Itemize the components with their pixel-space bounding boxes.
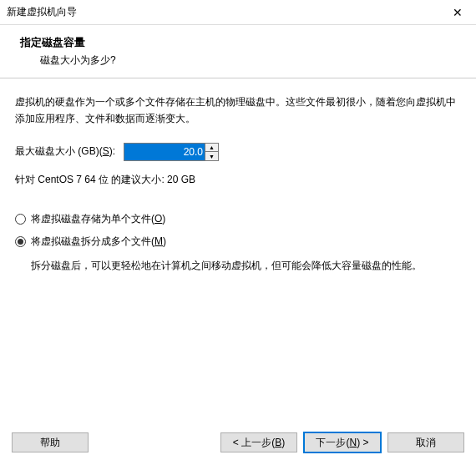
close-button[interactable]: ✕ bbox=[439, 0, 476, 25]
window-title: 新建虚拟机向导 bbox=[7, 5, 77, 19]
next-button[interactable]: 下一步(N) > bbox=[304, 432, 381, 452]
option-single-label: 将虚拟磁盘存储为单个文件(O) bbox=[31, 212, 165, 226]
titlebar: 新建虚拟机向导 ✕ bbox=[0, 0, 476, 25]
option-split-description: 拆分磁盘后，可以更轻松地在计算机之间移动虚拟机，但可能会降低大容量磁盘的性能。 bbox=[31, 257, 461, 274]
content-area: 虚拟机的硬盘作为一个或多个文件存储在主机的物理磁盘中。这些文件最初很小，随着您向… bbox=[0, 78, 476, 284]
page-title: 指定磁盘容量 bbox=[20, 35, 456, 50]
disk-size-row: 最大磁盘大小 (GB)(S): 20.0 ▲ ▼ bbox=[15, 143, 461, 161]
recommendation-text: 针对 CentOS 7 64 位 的建议大小: 20 GB bbox=[15, 173, 461, 187]
disk-size-input[interactable]: 20.0 bbox=[124, 144, 205, 160]
description-text: 虚拟机的硬盘作为一个或多个文件存储在主机的物理磁盘中。这些文件最初很小，随着您向… bbox=[15, 94, 461, 128]
radio-icon-checked bbox=[15, 236, 26, 247]
disk-size-label: 最大磁盘大小 (GB)(S): bbox=[15, 144, 115, 159]
spinner-down-button[interactable]: ▼ bbox=[205, 152, 218, 160]
wizard-header: 指定磁盘容量 磁盘大小为多少? bbox=[0, 25, 476, 78]
button-bar: 帮助 < 上一步(B) 下一步(N) > 取消 bbox=[0, 425, 476, 460]
page-subtitle: 磁盘大小为多少? bbox=[40, 53, 456, 68]
close-icon: ✕ bbox=[453, 6, 463, 19]
option-split-files[interactable]: 将虚拟磁盘拆分成多个文件(M) bbox=[15, 235, 461, 249]
cancel-button[interactable]: 取消 bbox=[387, 432, 464, 452]
storage-options: 将虚拟磁盘存储为单个文件(O) 将虚拟磁盘拆分成多个文件(M) 拆分磁盘后，可以… bbox=[15, 212, 461, 274]
back-button[interactable]: < 上一步(B) bbox=[220, 432, 297, 452]
spinner-buttons: ▲ ▼ bbox=[205, 144, 218, 160]
radio-icon bbox=[15, 214, 26, 225]
disk-size-spinner[interactable]: 20.0 ▲ ▼ bbox=[124, 143, 219, 161]
help-button[interactable]: 帮助 bbox=[12, 432, 89, 452]
spinner-up-button[interactable]: ▲ bbox=[205, 144, 218, 153]
option-split-label: 将虚拟磁盘拆分成多个文件(M) bbox=[31, 235, 166, 249]
option-single-file[interactable]: 将虚拟磁盘存储为单个文件(O) bbox=[15, 212, 461, 226]
